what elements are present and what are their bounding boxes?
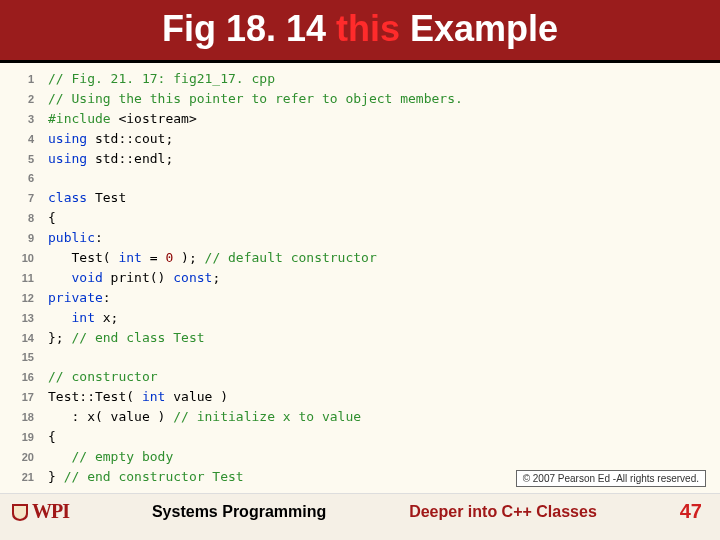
line-number: 14 xyxy=(10,329,34,348)
code-line: 16// constructor xyxy=(10,367,710,387)
code-content: public: xyxy=(48,228,103,247)
slide-footer: WPI Systems Programming Deeper into C++ … xyxy=(0,493,720,529)
code-line: 11 void print() const; xyxy=(10,268,710,288)
line-number: 7 xyxy=(10,189,34,208)
code-content: // empty body xyxy=(48,447,173,466)
token-plain: value ) xyxy=(165,389,228,404)
line-number: 16 xyxy=(10,368,34,387)
token-comment: // constructor xyxy=(48,369,158,384)
token-comment: // end constructor Test xyxy=(64,469,244,484)
token-plain: = xyxy=(142,250,165,265)
token-keyword: class xyxy=(48,190,95,205)
token-comment: // end class Test xyxy=(71,330,204,345)
code-content: int x; xyxy=(48,308,118,327)
wpi-crest-icon xyxy=(10,502,30,522)
code-line: 10 Test( int = 0 ); // default construct… xyxy=(10,248,710,268)
code-content: // Using the this pointer to refer to ob… xyxy=(48,89,463,108)
token-comment: // initialize x to value xyxy=(173,409,361,424)
line-number: 2 xyxy=(10,90,34,109)
code-content: // constructor xyxy=(48,367,158,386)
token-comment: // default constructor xyxy=(205,250,377,265)
code-content: } // end constructor Test xyxy=(48,467,244,486)
code-line: 17Test::Test( int value ) xyxy=(10,387,710,407)
slide-header: Fig 18. 14 this Example xyxy=(0,0,720,63)
token-plain: : xyxy=(95,230,103,245)
line-number: 17 xyxy=(10,388,34,407)
page-number: 47 xyxy=(680,500,702,523)
line-number: 4 xyxy=(10,130,34,149)
line-number: 18 xyxy=(10,408,34,427)
token-plain: { xyxy=(48,210,56,225)
line-number: 19 xyxy=(10,428,34,447)
token-keyword: void xyxy=(71,270,102,285)
token-comment: // Fig. 21. 17: fig21_17. cpp xyxy=(48,71,275,86)
token-plain: ; xyxy=(212,270,220,285)
token-plain: Test( xyxy=(48,250,118,265)
code-content: #include <iostream> xyxy=(48,109,197,128)
title-suffix: Example xyxy=(400,8,558,49)
wpi-logo: WPI xyxy=(10,500,69,523)
line-number: 9 xyxy=(10,229,34,248)
token-keyword: int xyxy=(118,250,141,265)
line-number: 5 xyxy=(10,150,34,169)
line-number: 10 xyxy=(10,249,34,268)
token-plain: print() xyxy=(103,270,173,285)
title-keyword: this xyxy=(336,8,400,49)
token-plain: : xyxy=(103,290,111,305)
logo-text: WPI xyxy=(32,500,69,523)
code-line: 18 : x( value ) // initialize x to value xyxy=(10,407,710,427)
code-line: 1// Fig. 21. 17: fig21_17. cpp xyxy=(10,69,710,89)
line-number: 11 xyxy=(10,269,34,288)
code-line: 4using std::cout; xyxy=(10,129,710,149)
token-keyword: using xyxy=(48,131,95,146)
line-number: 8 xyxy=(10,209,34,228)
code-content: // Fig. 21. 17: fig21_17. cpp xyxy=(48,69,275,88)
copyright-notice: © 2007 Pearson Ed -All rights reserved. xyxy=(516,470,706,487)
footer-course: Systems Programming xyxy=(152,503,326,521)
token-plain xyxy=(48,310,71,325)
token-keyword: int xyxy=(71,310,94,325)
code-content: Test::Test( int value ) xyxy=(48,387,228,406)
code-line: 3#include <iostream> xyxy=(10,109,710,129)
code-content: { xyxy=(48,208,56,227)
code-content: : x( value ) // initialize x to value xyxy=(48,407,361,426)
token-plain: std::cout; xyxy=(95,131,173,146)
line-number: 3 xyxy=(10,110,34,129)
line-number: 20 xyxy=(10,448,34,467)
line-number: 12 xyxy=(10,289,34,308)
token-plain: }; xyxy=(48,330,71,345)
line-number: 6 xyxy=(10,169,34,188)
token-keyword: int xyxy=(142,389,165,404)
code-content: class Test xyxy=(48,188,126,207)
token-keyword: const xyxy=(173,270,212,285)
code-content: void print() const; xyxy=(48,268,220,287)
code-line: 12private: xyxy=(10,288,710,308)
line-number: 1 xyxy=(10,70,34,89)
token-plain: ); xyxy=(173,250,204,265)
token-plain: : x( value ) xyxy=(48,409,173,424)
code-line: 19{ xyxy=(10,427,710,447)
code-line: 13 int x; xyxy=(10,308,710,328)
code-line: 9public: xyxy=(10,228,710,248)
token-plain: { xyxy=(48,429,56,444)
token-plain: std::endl; xyxy=(95,151,173,166)
line-number: 21 xyxy=(10,468,34,487)
code-line: 7class Test xyxy=(10,188,710,208)
token-plain: } xyxy=(48,469,64,484)
footer-topic: Deeper into C++ Classes xyxy=(409,503,597,521)
code-line: 14}; // end class Test xyxy=(10,328,710,348)
code-content: private: xyxy=(48,288,111,307)
token-plain: Test::Test( xyxy=(48,389,142,404)
code-line: 6 xyxy=(10,169,710,188)
code-line: 20 // empty body xyxy=(10,447,710,467)
token-include-lit: <iostream> xyxy=(118,111,196,126)
token-keyword: using xyxy=(48,151,95,166)
token-keyword: public xyxy=(48,230,95,245)
token-comment: // empty body xyxy=(71,449,173,464)
token-plain xyxy=(48,270,71,285)
code-line: 8{ xyxy=(10,208,710,228)
code-line: 2// Using the this pointer to refer to o… xyxy=(10,89,710,109)
token-keyword: private xyxy=(48,290,103,305)
code-content: using std::endl; xyxy=(48,149,173,168)
title-prefix: Fig 18. 14 xyxy=(162,8,336,49)
